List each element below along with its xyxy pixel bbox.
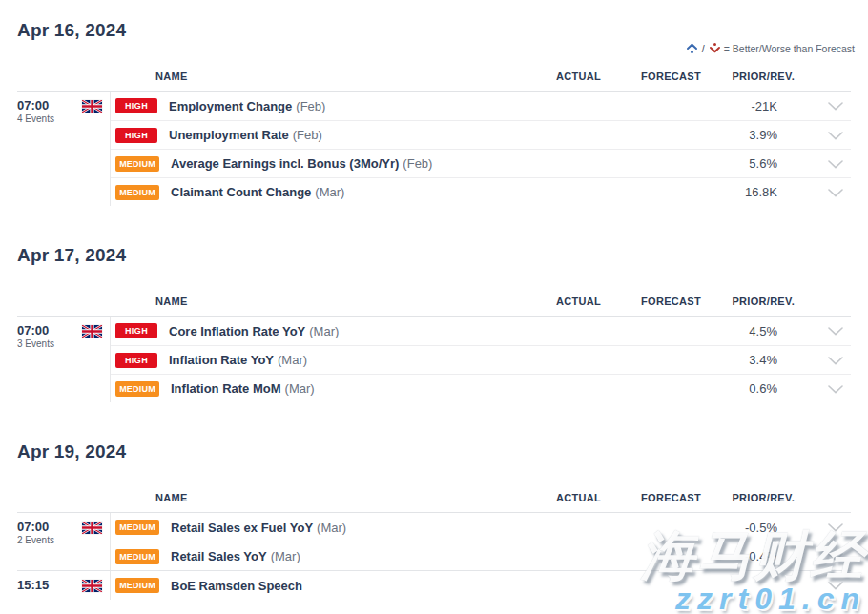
expand-row-button[interactable]	[795, 519, 851, 536]
importance-badge: HIGH	[115, 353, 157, 368]
chevron-down-icon	[828, 548, 843, 565]
calendar-day-section: Apr 19, 2024NAMEACTUALFORECASTPRIOR/REV.…	[17, 440, 851, 600]
event-period: (Feb)	[296, 99, 325, 113]
uk-flag-icon	[82, 323, 102, 341]
event-row[interactable]: MEDIUMInflation Rate MoM(Mar)0.6%	[111, 374, 851, 402]
event-row[interactable]: HIGHInflation Rate YoY(Mar)3.4%	[111, 345, 851, 374]
expand-row-button[interactable]	[795, 155, 851, 173]
event-row[interactable]: MEDIUMAverage Earnings incl. Bonus (3Mo/…	[111, 149, 851, 177]
event-period: (Mar)	[285, 381, 315, 396]
time-cell: 07:003 Events	[17, 317, 110, 402]
expand-row-button[interactable]	[795, 577, 851, 594]
legend-separator: /	[702, 43, 705, 54]
prior-value: 0.6%	[701, 381, 795, 396]
events-count: 4 Events	[17, 113, 54, 124]
legend-text: = Better/Worse than Forecast	[724, 43, 855, 54]
prior-value: 4.5%	[701, 324, 795, 338]
prior-value: 5.6%	[701, 156, 795, 171]
economic-calendar-page: / = Better/Worse than Forecast Apr 16, 2…	[0, 19, 868, 600]
uk-flag-icon	[82, 98, 102, 116]
chevron-down-icon	[828, 380, 843, 398]
event-name: Unemployment Rate	[169, 128, 289, 142]
event-row[interactable]: HIGHEmployment Change(Feb)-21K	[111, 92, 851, 120]
event-name: BoE Ramsden Speech	[171, 579, 302, 593]
time-label: 15:15	[17, 578, 49, 592]
date-heading: Apr 19, 2024	[17, 440, 851, 462]
events-count: 2 Events	[17, 535, 54, 545]
table-header-row: NAMEACTUALFORECASTPRIOR/REV.	[17, 296, 851, 317]
events-count: 3 Events	[17, 338, 54, 349]
event-name: Retail Sales ex Fuel YoY	[171, 521, 313, 535]
event-name-cell: HIGHUnemployment Rate(Feb)	[111, 128, 515, 143]
date-heading: Apr 16, 2024	[17, 19, 851, 41]
event-name-cell: HIGHEmployment Change(Feb)	[111, 98, 515, 113]
event-name-cell: MEDIUMClaimant Count Change(Mar)	[111, 185, 515, 200]
chevron-down-icon	[828, 184, 843, 201]
importance-badge: HIGH	[115, 128, 157, 143]
event-rows: MEDIUMBoE Ramsden Speech	[110, 571, 851, 600]
time-label: 07:00	[17, 323, 54, 338]
event-rows: MEDIUMRetail Sales ex Fuel YoY(Mar)-0.5%…	[110, 513, 851, 570]
column-header-prior: PRIOR/REV.	[701, 296, 795, 307]
expand-row-button[interactable]	[795, 127, 851, 144]
prior-value: 3.4%	[701, 353, 795, 367]
chevron-down-icon	[828, 322, 843, 339]
uk-flag-icon	[82, 578, 102, 596]
prior-value: 16.8K	[701, 185, 795, 199]
event-rows: HIGHEmployment Change(Feb)-21KHIGHUnempl…	[110, 92, 851, 206]
event-name-cell: MEDIUMRetail Sales ex Fuel YoY(Mar)	[111, 520, 515, 535]
expand-row-button[interactable]	[795, 184, 851, 201]
prior-value: -0.4%	[701, 549, 795, 563]
importance-badge: MEDIUM	[115, 549, 159, 564]
event-row[interactable]: MEDIUMClaimant Count Change(Mar)16.8K	[111, 177, 851, 206]
expand-row-button[interactable]	[795, 380, 851, 398]
time-cell: 07:002 Events	[17, 513, 110, 570]
column-header-name: NAME	[110, 492, 515, 503]
time-label: 07:00	[17, 520, 54, 534]
expand-row-button[interactable]	[795, 352, 851, 369]
expand-row-button[interactable]	[795, 548, 851, 565]
event-name-cell: MEDIUMAverage Earnings incl. Bonus (3Mo/…	[111, 156, 515, 172]
event-period: (Mar)	[309, 324, 339, 338]
prior-value: -0.5%	[701, 521, 795, 535]
importance-badge: MEDIUM	[115, 185, 159, 200]
column-header-prior: PRIOR/REV.	[701, 492, 795, 503]
expand-row-button[interactable]	[795, 97, 851, 114]
time-block: 07:003 Events	[17, 323, 54, 349]
event-name: Core Inflation Rate YoY	[169, 324, 305, 338]
time-label: 07:00	[17, 98, 54, 113]
events-table: NAMEACTUALFORECASTPRIOR/REV.07:003 Event…	[17, 296, 851, 402]
column-header-forecast: FORECAST	[601, 71, 701, 82]
time-cell: 07:004 Events	[17, 92, 110, 206]
event-name: Retail Sales YoY	[171, 549, 267, 563]
chevron-down-icon	[828, 127, 843, 144]
chevron-down-icon	[828, 519, 843, 536]
importance-badge: MEDIUM	[115, 381, 159, 397]
event-name: Inflation Rate YoY	[169, 353, 274, 367]
events-table: NAMEACTUALFORECASTPRIOR/REV.07:004 Event…	[17, 71, 851, 206]
event-name-cell: HIGHCore Inflation Rate YoY(Mar)	[111, 323, 515, 338]
importance-badge: HIGH	[115, 98, 157, 113]
event-row[interactable]: MEDIUMRetail Sales YoY(Mar)-0.4%	[111, 542, 851, 570]
worse-down-icon	[709, 42, 721, 54]
table-header-row: NAMEACTUALFORECASTPRIOR/REV.	[17, 492, 851, 513]
event-row[interactable]: MEDIUMBoE Ramsden Speech	[111, 571, 851, 600]
expand-row-button[interactable]	[795, 322, 851, 339]
event-name-cell: MEDIUMInflation Rate MoM(Mar)	[111, 381, 515, 397]
event-row[interactable]: HIGHUnemployment Rate(Feb)3.9%	[111, 120, 851, 149]
event-name-cell: HIGHInflation Rate YoY(Mar)	[111, 353, 515, 368]
time-block: 15:15	[17, 578, 49, 592]
time-block: 07:004 Events	[17, 98, 54, 124]
chevron-down-icon	[828, 577, 843, 594]
calendar-day-section: Apr 17, 2024NAMEACTUALFORECASTPRIOR/REV.…	[17, 244, 851, 402]
event-period: (Mar)	[317, 521, 346, 535]
event-row[interactable]: HIGHCore Inflation Rate YoY(Mar)4.5%	[111, 317, 851, 345]
event-row[interactable]: MEDIUMRetail Sales ex Fuel YoY(Mar)-0.5%	[111, 513, 851, 542]
column-header-forecast: FORECAST	[601, 296, 701, 307]
column-header-name: NAME	[110, 296, 515, 307]
legend: / = Better/Worse than Forecast	[686, 42, 855, 54]
importance-badge: MEDIUM	[115, 520, 159, 535]
column-header-forecast: FORECAST	[601, 492, 701, 503]
prior-value: -21K	[701, 99, 795, 113]
event-period: (Feb)	[293, 128, 322, 142]
